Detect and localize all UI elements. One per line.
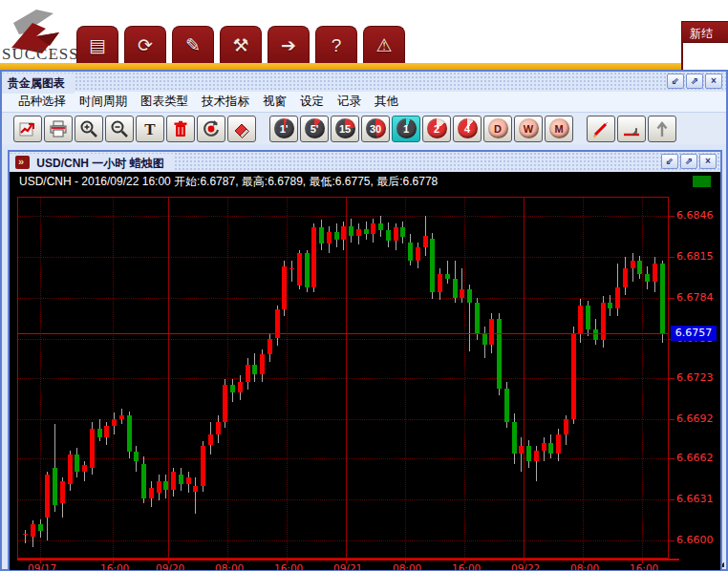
timeframe-pie-icon: 2 (427, 118, 447, 138)
timeframe-pie-icon: 1' (274, 118, 294, 138)
candle-body (356, 229, 361, 236)
main-window-title: 贵金属图表 (2, 74, 75, 94)
draw-angle-button[interactable] (617, 116, 646, 142)
chart-info-bar: USD/CNH - 2016/09/22 16:00 开始:6.6787, 最高… (10, 172, 720, 191)
candle-body (311, 227, 316, 286)
zoom-in-button[interactable] (75, 116, 103, 142)
alerts-icon: ⚠ (375, 34, 392, 56)
refresh-data-button[interactable] (197, 116, 225, 142)
candle-body (653, 264, 657, 282)
main-window-titlebar[interactable]: 贵金属图表 ⇙⇗× (2, 72, 726, 92)
candle-body (371, 223, 375, 234)
chart-window-icon (15, 156, 30, 169)
refresh-button[interactable]: ⟳ (124, 26, 166, 64)
timeframe-30-button[interactable]: 30 (361, 116, 390, 142)
timeframe-15-button[interactable]: 15 (331, 116, 359, 142)
chart-restore-down-button[interactable]: ⇙ (661, 154, 678, 169)
candle-body (82, 465, 87, 472)
print-button[interactable] (44, 116, 73, 142)
brand-text: SUCCESS (2, 45, 76, 64)
current-price-badge: 6.6757 (671, 326, 717, 341)
delete-button[interactable] (166, 116, 195, 142)
timeframe-2-button[interactable]: 2 (422, 116, 451, 142)
candle-body (364, 229, 369, 235)
candle-body (408, 243, 413, 261)
alerts-button[interactable]: ⚠ (363, 26, 405, 64)
candle-body (282, 266, 287, 310)
x-axis-line (17, 559, 679, 560)
toolbar: T1'5'1530124DWM (2, 113, 726, 144)
main-maximize-button[interactable]: ⇗ (686, 74, 703, 89)
candle-body (68, 455, 73, 483)
exit-button[interactable]: ➔ (268, 26, 310, 64)
candle-body (112, 419, 117, 426)
corner-panel (681, 43, 728, 70)
candle-body (394, 227, 398, 241)
x-axis-label: 08:00 (570, 562, 599, 570)
timeframe-1-button[interactable]: 1 (392, 116, 420, 142)
chart-maximize-button[interactable]: ⇗ (680, 154, 697, 169)
chart-window-titlebar[interactable]: USD/CNH 一小时 蜡烛图 ⇙⇗× (10, 152, 720, 172)
help-button[interactable]: ? (315, 26, 357, 64)
candle-body (60, 481, 65, 504)
zoom-out-button[interactable] (105, 116, 134, 142)
candle-body (289, 268, 294, 269)
candle-body (319, 227, 324, 243)
draw-line-button[interactable] (587, 116, 615, 142)
candle-body (230, 385, 235, 392)
orders-edit-button[interactable]: ✎ (172, 26, 214, 64)
candle-body (97, 429, 102, 438)
menu-item-3[interactable]: 技术指标 (195, 92, 256, 112)
erase-button[interactable] (227, 116, 256, 142)
timeframe-D-button[interactable]: D (483, 116, 512, 142)
menu-item-6[interactable]: 记录 (331, 92, 368, 112)
x-axis-label: 16:00 (274, 562, 303, 570)
connection-status-indicator (693, 176, 711, 187)
menu-item-2[interactable]: 图表类型 (134, 92, 195, 112)
ohlc-info-text: USD/CNH - 2016/09/22 16:00 开始:6.6787, 最高… (19, 175, 438, 188)
menu-item-5[interactable]: 设定 (293, 92, 331, 112)
candle-body (519, 446, 524, 454)
draw-arrow-button[interactable] (648, 116, 676, 142)
x-axis-label: 08:00 (393, 562, 421, 570)
text-label-icon: T (140, 119, 160, 138)
candle-body (119, 415, 124, 419)
candle-body (163, 481, 168, 491)
candle-body (497, 319, 502, 389)
menu-item-7[interactable]: 其他 (368, 92, 405, 112)
candlestick-chart[interactable]: 6.68466.68156.67846.67536.67236.66926.66… (10, 191, 720, 570)
chart-page-button[interactable]: ▤ (76, 26, 118, 64)
main-close-button[interactable]: × (705, 74, 722, 89)
x-axis-label: 09/21 (333, 562, 362, 570)
text-label-button[interactable]: T (136, 116, 164, 142)
tools-button[interactable]: ⚒ (220, 26, 262, 64)
candle-body (623, 268, 628, 286)
menu-item-4[interactable]: 视窗 (256, 92, 293, 112)
timeframe-label: 4 (464, 123, 470, 135)
menu-item-0[interactable]: 品种选择 (11, 92, 73, 112)
y-tick (668, 298, 674, 299)
candle-body (416, 247, 420, 261)
main-restore-down-button[interactable]: ⇙ (667, 74, 684, 89)
trend-chart-button[interactable] (13, 116, 42, 142)
chart-close-button[interactable]: × (699, 154, 717, 169)
timeframe-pie-icon: M (549, 118, 569, 138)
timeframe-M-button[interactable]: M (545, 116, 573, 142)
timeframe-pie-icon: W (519, 118, 539, 138)
candle-body (445, 274, 450, 280)
timeframe-1m-button[interactable]: 1' (269, 116, 298, 142)
timeframe-W-button[interactable]: W (514, 116, 543, 142)
new-order-button[interactable]: 新结 (681, 21, 728, 43)
timeframe-5m-button[interactable]: 5' (300, 116, 329, 142)
timeframe-4-button[interactable]: 4 (453, 116, 482, 142)
candle-wick (461, 268, 462, 303)
menu-item-1[interactable]: 时间周期 (73, 92, 134, 112)
timeframe-pie-icon: D (488, 118, 508, 138)
timeframe-label: M (554, 123, 563, 135)
x-axis-label: 09/17 (28, 562, 56, 570)
app-header: SUCCESS ▤⟳✎⚒➔?⚠ 新结 (0, 0, 728, 70)
draw-arrow-icon (653, 119, 672, 138)
candle-body (157, 481, 161, 493)
timeframe-pie-icon: 5' (305, 118, 325, 138)
menu-bar: 品种选择时间周期图表类型技术指标视窗设定记录其他 (2, 92, 726, 113)
